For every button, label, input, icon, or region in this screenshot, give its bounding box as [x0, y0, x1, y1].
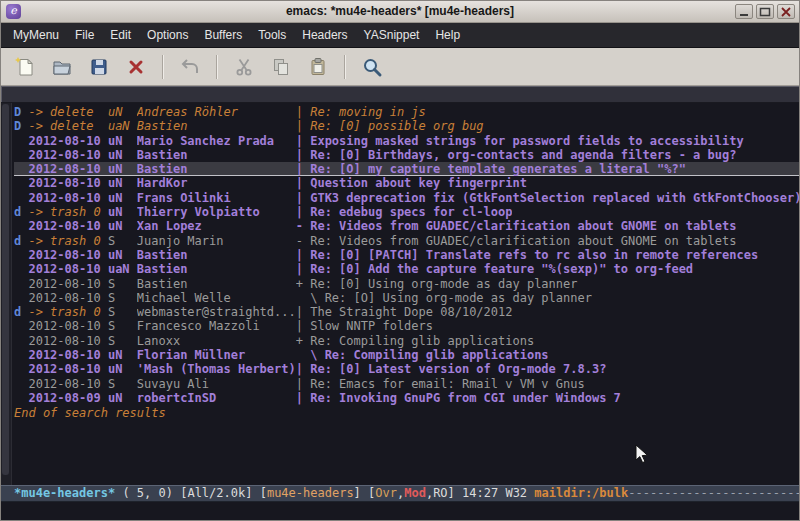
search-button[interactable]	[358, 53, 386, 81]
close-button[interactable]	[777, 4, 795, 19]
toolbar-separator	[216, 55, 218, 79]
message-row[interactable]: 2012-08-10uNFrans Oilinki| GTK3 deprecat…	[14, 191, 799, 205]
message-from: Bastien	[137, 262, 296, 276]
menu-item-help[interactable]: Help	[427, 25, 468, 45]
message-row[interactable]: d-> trash 0Swebmaster@straightd...| The …	[14, 305, 799, 319]
message-date: 2012-08-10	[28, 219, 107, 233]
message-row[interactable]: 2012-08-10uNXan Lopez- Re: Videos from G…	[14, 219, 799, 233]
open-folder-icon	[51, 56, 73, 78]
mouse-cursor	[635, 444, 649, 464]
message-row[interactable]: 2012-08-10uNHardKor| Question about key …	[14, 176, 799, 190]
message-flags: uN	[108, 362, 137, 376]
message-subject: | Re: Emacs for email: Rmail v VM v Gnus	[296, 377, 585, 391]
message-row[interactable]: 2012-08-10uNFlorian Müllner \ Re: Compil…	[14, 348, 799, 362]
scrollbar-thumb[interactable]	[2, 104, 9, 475]
message-mark: D	[14, 119, 28, 133]
message-row[interactable]: 2012-08-10SFrancesco Mazzoli| Slow NNTP …	[14, 319, 799, 333]
cut-button[interactable]	[230, 53, 258, 81]
mode-line-segment-plain: W32	[505, 486, 534, 500]
message-mark	[14, 219, 28, 233]
message-row[interactable]: 2012-08-10uaNBastien| Re: [0] Add the ca…	[14, 262, 799, 276]
message-mark: d	[14, 234, 28, 248]
new-file-icon	[14, 56, 36, 78]
echo-area[interactable]	[1, 502, 799, 520]
message-subject: | GTK3 deprecation fix (GtkFontSelection…	[296, 191, 799, 205]
message-row[interactable]: 2012-08-10SLanoxx+ Re: Compiling glib ap…	[14, 334, 799, 348]
message-date: 2012-08-10	[28, 148, 107, 162]
close-icon	[780, 7, 792, 17]
message-from: Suvayu Ali	[137, 377, 296, 391]
menu-item-options[interactable]: Options	[139, 25, 196, 45]
message-row[interactable]: d-> trash 0uNThierry Volpiatto| Re: edeb…	[14, 205, 799, 219]
menu-item-tools[interactable]: Tools	[250, 25, 294, 45]
message-row[interactable]: 2012-08-10uNMario Sanchez Prada| Exposin…	[14, 134, 799, 148]
minimize-button[interactable]	[735, 4, 753, 19]
menu-bar: MyMenuFileEditOptionsBuffersToolsHeaders…	[1, 23, 799, 48]
message-from: Juanjo Marin	[137, 234, 296, 248]
toolbar-separator	[162, 55, 164, 79]
message-row[interactable]: 2012-08-10uN'Mash (Thomas Herbert)| Re: …	[14, 362, 799, 376]
copy-button[interactable]	[267, 53, 295, 81]
mode-line-segment-ovr: Ovr	[375, 486, 397, 500]
maximize-button[interactable]	[756, 4, 774, 19]
message-mark	[14, 176, 28, 190]
kill-buffer-button[interactable]	[122, 53, 150, 81]
paste-button[interactable]	[304, 53, 332, 81]
kill-buffer-icon	[125, 56, 147, 78]
menu-item-headers[interactable]: Headers	[294, 25, 355, 45]
message-subject: | Re: [0] Birthdays, org-contacts and ag…	[296, 148, 737, 162]
message-date: 2012-08-10	[28, 248, 107, 262]
emacs-icon: e	[6, 4, 21, 19]
message-mark: d	[14, 305, 28, 319]
new-file-button[interactable]	[11, 53, 39, 81]
message-from: Mario Sanchez Prada	[137, 134, 296, 148]
toolbar	[1, 48, 799, 86]
message-row[interactable]: 2012-08-10SSuvayu Ali| Re: Emacs for ema…	[14, 377, 799, 391]
mode-line-segment-maildir: maildir:/bulk	[534, 486, 628, 500]
toolbar-separator	[344, 55, 346, 79]
message-subject: | Slow NNTP folders	[296, 319, 433, 333]
message-date: 2012-08-10	[28, 162, 107, 176]
mode-line-segment-plain: ]	[448, 486, 462, 500]
message-row[interactable]: D-> deleteuNAndreas Röhler| Re: moving i…	[14, 105, 799, 119]
menu-item-mymenu[interactable]: MyMenu	[5, 25, 67, 45]
message-row[interactable]: 2012-08-10SMichael Welle \ Re: [O] Using…	[14, 291, 799, 305]
menu-item-file[interactable]: File	[67, 25, 102, 45]
save-button[interactable]	[85, 53, 113, 81]
message-from: Xan Lopez	[137, 219, 296, 233]
message-from: Bastien	[137, 248, 296, 262]
message-flags: S	[108, 277, 137, 291]
message-mark	[14, 362, 28, 376]
menu-item-edit[interactable]: Edit	[102, 25, 139, 45]
message-row[interactable]: d-> trash 0SJuanjo Marin- Re: Videos fro…	[14, 234, 799, 248]
message-flags: S	[108, 377, 137, 391]
message-date: -> trash 0	[28, 205, 107, 219]
message-subject: | Re: [0] Latest version of Org-mode 7.8…	[296, 362, 607, 376]
message-list: D-> deleteuNAndreas Röhler| Re: moving i…	[14, 105, 799, 405]
message-from: Francesco Mazzoli	[137, 319, 296, 333]
emacs-window: e emacs: *mu4e-headers* [mu4e-headers] M…	[0, 0, 800, 521]
search-icon	[361, 56, 383, 78]
message-row[interactable]: 2012-08-10uNBastien| Re: [O] my capture …	[14, 162, 799, 176]
message-row[interactable]: 2012-08-09uNrobertcInSD| Re: Invoking Gn…	[14, 391, 799, 405]
message-row[interactable]: 2012-08-10uNBastien| Re: [0] Birthdays, …	[14, 148, 799, 162]
message-row[interactable]: D-> deleteuaNBastien| Re: [0] possible o…	[14, 119, 799, 133]
menu-item-yasnippet[interactable]: YASnippet	[356, 25, 428, 45]
undo-button[interactable]	[176, 53, 204, 81]
message-row[interactable]: 2012-08-10uNBastien| Re: [0] [PATCH] Tra…	[14, 248, 799, 262]
message-from: robertcInSD	[137, 391, 296, 405]
message-from: Frans Oilinki	[137, 191, 296, 205]
open-folder-button[interactable]	[48, 53, 76, 81]
message-date: 2012-08-10	[28, 277, 107, 291]
menu-item-buffers[interactable]: Buffers	[196, 25, 250, 45]
message-mark	[14, 334, 28, 348]
message-flags: uN	[108, 162, 137, 176]
buffer-area: D-> deleteuNAndreas Röhler| Re: moving i…	[1, 103, 799, 485]
scrollbar[interactable]	[1, 103, 12, 485]
message-flags: S	[108, 319, 137, 333]
mode-line-segment-dashes: --------------------------------	[628, 486, 799, 500]
undo-icon	[179, 56, 201, 78]
message-flags: uN	[108, 219, 137, 233]
message-row[interactable]: 2012-08-10SBastien+ Re: [0] Using org-mo…	[14, 277, 799, 291]
mode-line-segment-plain: 14:27	[462, 486, 505, 500]
